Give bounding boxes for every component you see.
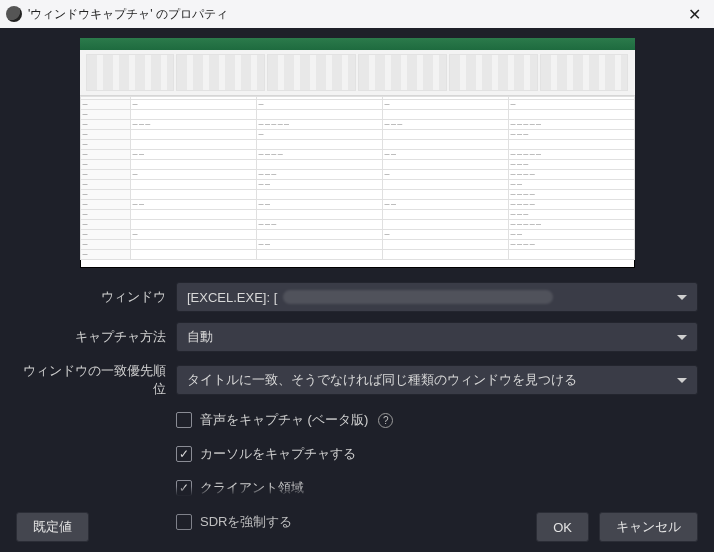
app-icon — [6, 6, 22, 22]
titlebar: 'ウィンドウキャプチャ' のプロパティ ✕ — [0, 0, 714, 28]
client-area-label: クライアント領域 — [200, 479, 304, 497]
close-icon[interactable]: ✕ — [680, 2, 708, 26]
cancel-button[interactable]: キャンセル — [599, 512, 698, 542]
window-select[interactable]: [EXCEL.EXE]: [ — [176, 282, 698, 312]
help-icon[interactable]: ? — [378, 413, 393, 428]
cursor-capture-checkbox[interactable] — [176, 446, 192, 462]
match-priority-label: ウィンドウの一致優先順位 — [16, 362, 166, 398]
capture-method-label: キャプチャ方法 — [16, 328, 166, 346]
ok-button[interactable]: OK — [536, 512, 589, 542]
match-priority-value: タイトルに一致、そうでなければ同じ種類のウィンドウを見つける — [187, 371, 577, 389]
chevron-down-icon — [677, 378, 687, 383]
chevron-down-icon — [677, 335, 687, 340]
defaults-button[interactable]: 既定値 — [16, 512, 89, 542]
redacted-text — [283, 290, 553, 304]
window-label: ウィンドウ — [16, 288, 166, 306]
capture-method-select[interactable]: 自動 — [176, 322, 698, 352]
properties-form: ウィンドウ [EXCEL.EXE]: [ キャプチャ方法 自動 ウィンドウの一致… — [16, 282, 698, 534]
audio-capture-checkbox[interactable] — [176, 412, 192, 428]
match-priority-select[interactable]: タイトルに一致、そうでなければ同じ種類のウィンドウを見つける — [176, 365, 698, 395]
preview-thumbnail: ————— — —— — —— — — — —— — —— — — — — ——… — [80, 38, 635, 268]
window-title: 'ウィンドウキャプチャ' のプロパティ — [28, 6, 228, 23]
capture-method-value: 自動 — [187, 328, 213, 346]
chevron-down-icon — [677, 295, 687, 300]
audio-capture-label: 音声をキャプチャ (ベータ版) — [200, 411, 368, 429]
client-area-checkbox[interactable] — [176, 480, 192, 496]
dialog-footer: 既定値 OK キャンセル — [16, 512, 698, 542]
window-select-value: [EXCEL.EXE]: [ — [187, 290, 277, 305]
cursor-capture-label: カーソルをキャプチャする — [200, 445, 356, 463]
